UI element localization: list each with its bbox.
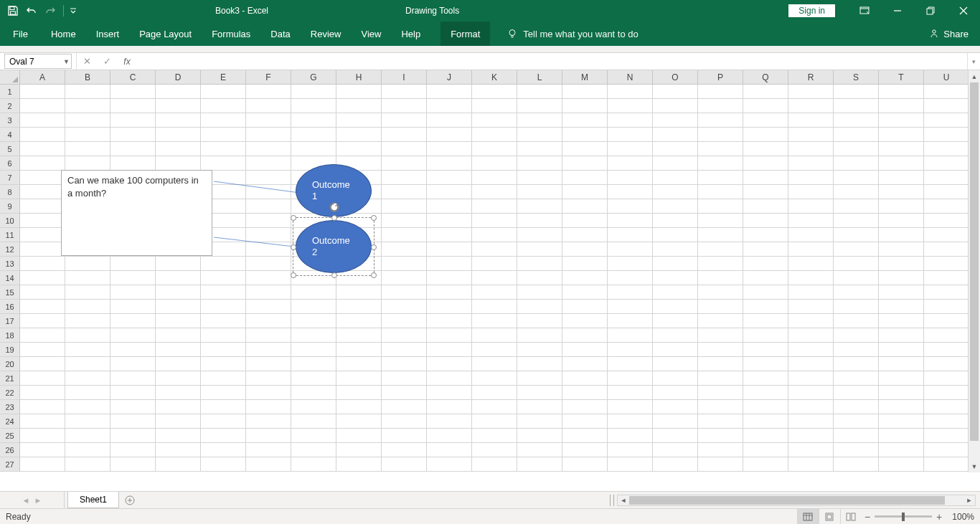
- cell[interactable]: [653, 85, 698, 99]
- tab-format[interactable]: Format: [440, 22, 490, 46]
- cell[interactable]: [110, 371, 156, 386]
- cell[interactable]: [472, 113, 517, 128]
- cell[interactable]: [879, 271, 924, 285]
- cell[interactable]: [788, 257, 834, 271]
- row-header[interactable]: 5: [0, 142, 20, 156]
- view-page-layout-icon[interactable]: [819, 509, 840, 525]
- column-header[interactable]: P: [698, 70, 743, 84]
- cell[interactable]: [20, 400, 65, 414]
- cell[interactable]: [110, 314, 156, 328]
- cell[interactable]: [879, 228, 924, 242]
- cell[interactable]: [698, 328, 743, 343]
- cell[interactable]: [743, 156, 788, 171]
- cell[interactable]: [20, 300, 65, 314]
- cell[interactable]: [698, 271, 743, 285]
- cell[interactable]: [698, 257, 743, 271]
- cell[interactable]: [156, 300, 201, 314]
- cell[interactable]: [517, 185, 562, 199]
- cell[interactable]: [65, 386, 110, 400]
- cell[interactable]: [472, 457, 517, 472]
- cell[interactable]: [653, 386, 698, 400]
- cell[interactable]: [472, 443, 517, 457]
- row-header[interactable]: 10: [0, 214, 20, 228]
- cell[interactable]: [562, 343, 608, 357]
- cell[interactable]: [156, 343, 201, 357]
- cell[interactable]: [562, 214, 608, 228]
- share-button[interactable]: Share: [918, 22, 980, 46]
- row-header[interactable]: 12: [0, 242, 20, 257]
- cell[interactable]: [834, 343, 879, 357]
- cell[interactable]: [879, 343, 924, 357]
- cell[interactable]: [788, 242, 834, 257]
- cell[interactable]: [743, 85, 788, 99]
- cell[interactable]: [472, 414, 517, 429]
- cell[interactable]: [472, 85, 517, 99]
- cell[interactable]: [201, 300, 246, 314]
- cell[interactable]: [653, 242, 698, 257]
- cell[interactable]: [517, 99, 562, 113]
- cell[interactable]: [743, 343, 788, 357]
- cell[interactable]: [201, 443, 246, 457]
- cell[interactable]: [382, 400, 427, 414]
- cell[interactable]: [608, 85, 653, 99]
- cell[interactable]: [788, 314, 834, 328]
- cell[interactable]: [246, 300, 291, 314]
- cell[interactable]: [427, 343, 472, 357]
- cell[interactable]: [472, 271, 517, 285]
- cell[interactable]: [65, 400, 110, 414]
- cell[interactable]: [743, 228, 788, 242]
- cell[interactable]: [743, 414, 788, 429]
- row-header[interactable]: 13: [0, 257, 20, 271]
- cell[interactable]: [608, 185, 653, 199]
- cell[interactable]: [472, 257, 517, 271]
- cell[interactable]: [472, 142, 517, 156]
- row-header[interactable]: 3: [0, 113, 20, 128]
- cell[interactable]: [608, 113, 653, 128]
- cell[interactable]: [472, 214, 517, 228]
- cell[interactable]: [427, 457, 472, 472]
- column-header[interactable]: L: [517, 70, 562, 84]
- row-header[interactable]: 23: [0, 400, 20, 414]
- cell[interactable]: [698, 314, 743, 328]
- textbox-shape[interactable]: Can we make 100 computers in a month?: [61, 170, 212, 256]
- cell[interactable]: [653, 314, 698, 328]
- cell[interactable]: [427, 443, 472, 457]
- cell[interactable]: [653, 113, 698, 128]
- column-header[interactable]: E: [201, 70, 246, 84]
- cell[interactable]: [336, 371, 382, 386]
- cell[interactable]: [924, 242, 969, 257]
- cell[interactable]: [65, 443, 110, 457]
- cell[interactable]: [743, 386, 788, 400]
- cell[interactable]: [517, 300, 562, 314]
- cell[interactable]: [653, 199, 698, 214]
- tab-view[interactable]: View: [351, 22, 391, 46]
- cell[interactable]: [336, 328, 382, 343]
- cell[interactable]: [472, 228, 517, 242]
- cell[interactable]: [653, 328, 698, 343]
- row-header[interactable]: 6: [0, 156, 20, 171]
- cell[interactable]: [65, 457, 110, 472]
- cell[interactable]: [201, 414, 246, 429]
- horizontal-scroll-thumb[interactable]: [629, 496, 945, 505]
- cell[interactable]: [291, 314, 336, 328]
- cell[interactable]: [517, 113, 562, 128]
- cell[interactable]: [834, 457, 879, 472]
- cell[interactable]: [472, 314, 517, 328]
- cell[interactable]: [608, 142, 653, 156]
- cell[interactable]: [472, 328, 517, 343]
- cell[interactable]: [156, 357, 201, 371]
- cell[interactable]: [517, 171, 562, 185]
- cell[interactable]: [156, 414, 201, 429]
- cell[interactable]: [517, 271, 562, 285]
- cell[interactable]: [834, 242, 879, 257]
- cell[interactable]: [382, 314, 427, 328]
- column-header[interactable]: D: [156, 70, 201, 84]
- cell[interactable]: [472, 242, 517, 257]
- cell[interactable]: [608, 457, 653, 472]
- cell[interactable]: [924, 400, 969, 414]
- cell[interactable]: [698, 386, 743, 400]
- cell[interactable]: [743, 314, 788, 328]
- cell[interactable]: [924, 214, 969, 228]
- cell[interactable]: [427, 314, 472, 328]
- cell[interactable]: [879, 357, 924, 371]
